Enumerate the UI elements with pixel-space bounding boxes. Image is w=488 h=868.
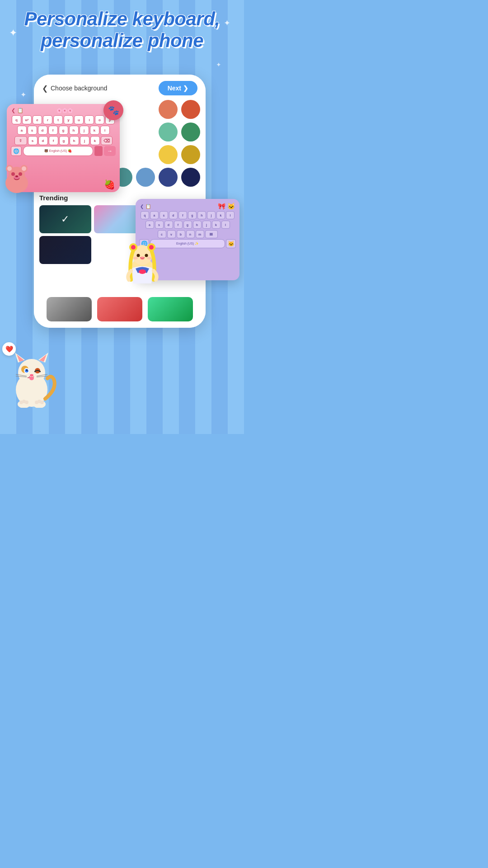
trending-item[interactable] (39, 236, 91, 264)
key-e[interactable]: e (33, 115, 42, 124)
headline-line1: Personalize keyboard, (24, 8, 220, 29)
bow-icon: 🎀 (218, 203, 225, 210)
key-l2-p[interactable]: l (221, 221, 230, 229)
key-g[interactable]: g (59, 126, 68, 135)
key-r[interactable]: r (43, 115, 52, 124)
color-swatch[interactable] (181, 145, 200, 164)
bottom-swatch-gray[interactable] (47, 297, 92, 321)
svg-point-16 (149, 245, 154, 250)
color-swatch[interactable] (159, 145, 178, 164)
key-i[interactable]: i (84, 115, 94, 124)
color-swatch[interactable] (181, 123, 200, 142)
key-h2[interactable]: h (70, 136, 79, 145)
lang-label-purple: English (US) ✨ (176, 242, 199, 245)
next-label: Next (168, 85, 181, 92)
key-a-p[interactable]: a (150, 211, 159, 219)
paw-icon[interactable]: 🐾 (103, 100, 123, 120)
key-f[interactable]: f (48, 126, 58, 135)
key-d2[interactable]: d (38, 136, 48, 145)
key-d[interactable]: d (38, 126, 47, 135)
key-d-p[interactable]: d (169, 211, 178, 219)
strawberry-icon: 🍓 (104, 179, 115, 190)
key-u[interactable]: u (74, 115, 84, 124)
key-s2[interactable]: s (28, 136, 38, 145)
color-swatch[interactable] (181, 168, 200, 187)
key-v-p[interactable]: v (167, 230, 176, 238)
key-n-p[interactable]: n (186, 230, 195, 238)
key-f-p[interactable]: f (178, 211, 187, 219)
key-s2-p[interactable]: s (155, 221, 164, 229)
key-k[interactable]: k (90, 126, 99, 135)
phone-header: ❮ Choose background Next ❯ (34, 75, 206, 100)
key-g2-p[interactable]: g (183, 221, 192, 229)
key-s[interactable]: s (28, 126, 37, 135)
key-a[interactable]: a (17, 126, 27, 135)
key-k2[interactable]: k (90, 136, 100, 145)
key-g2[interactable]: g (59, 136, 69, 145)
svg-point-17 (137, 254, 140, 257)
key-f2[interactable]: f (49, 136, 58, 145)
key-h2-p[interactable]: h (193, 221, 202, 229)
key-g-p[interactable]: g (188, 211, 197, 219)
key-k-p[interactable]: k (216, 211, 225, 219)
purple-row-1: q a s d f g h j k l (138, 211, 237, 219)
key-d2-p[interactable]: d (164, 221, 173, 229)
key-q[interactable]: q (12, 115, 21, 124)
color-swatch[interactable] (159, 100, 178, 119)
key-l[interactable]: l (100, 126, 110, 135)
cat-icon: 🐱 (227, 203, 235, 210)
color-swatch[interactable] (181, 100, 200, 119)
bear-character (2, 165, 34, 197)
toolbar-left: ❮ 📋 (11, 108, 23, 113)
bottom-swatch-red[interactable] (97, 297, 142, 321)
dot-key[interactable] (94, 146, 103, 156)
key-b-p[interactable]: b (177, 230, 185, 238)
key-a2-p[interactable]: a (145, 221, 154, 229)
key-j2-p[interactable]: j (202, 221, 211, 229)
key-o[interactable]: o (95, 115, 104, 124)
svg-point-21 (147, 257, 151, 259)
svg-point-35 (29, 377, 34, 380)
key-t[interactable]: t (53, 115, 63, 124)
trending-item[interactable] (39, 205, 91, 233)
headline-line2: personalize phone (41, 30, 203, 51)
bottom-swatches (34, 292, 206, 328)
key-f2-p[interactable]: f (174, 221, 183, 229)
key-backspace[interactable]: ⌫ (101, 136, 113, 145)
language-bar[interactable]: 🐻 English (US) 🍓 (23, 146, 93, 156)
next-button[interactable]: Next ❯ (159, 81, 197, 95)
key-k2-p[interactable]: k (212, 221, 221, 229)
keyboard-purple: ❮ 📋 🎀 🐱 q a s d f g h j k l a s d f g h (136, 199, 239, 280)
svg-point-7 (19, 172, 22, 176)
purple-toolbar-left: ❮ 📋 (140, 204, 151, 209)
cat-key-purple[interactable]: 🐱 (226, 239, 236, 248)
back-label: Choose background (51, 85, 107, 92)
color-swatch[interactable] (136, 168, 155, 187)
key-h[interactable]: h (69, 126, 79, 135)
globe-key[interactable]: 🌐 (11, 146, 22, 156)
key-img-p[interactable]: 🖼 (205, 230, 218, 238)
key-shift[interactable]: ⇧ (14, 136, 27, 145)
key-s-p[interactable]: s (160, 211, 168, 219)
key-j2[interactable]: j (80, 136, 89, 145)
color-swatch[interactable] (159, 168, 178, 187)
key-j-p[interactable]: j (207, 211, 216, 219)
keyboard-bottom-row: 🌐 🐻 English (US) 🍓 → (9, 145, 117, 156)
key-m-p[interactable]: m (196, 230, 204, 238)
svg-point-3 (7, 166, 12, 171)
key-q-p[interactable]: q (141, 211, 149, 219)
key-l-p[interactable]: l (226, 211, 235, 219)
key-y[interactable]: y (64, 115, 73, 124)
key-j[interactable]: j (80, 126, 89, 135)
enter-key[interactable]: → (104, 146, 116, 156)
headline-text: Personalize keyboard, personalize phone (14, 8, 230, 52)
key-w[interactable]: w² (22, 115, 32, 124)
svg-point-47 (40, 401, 44, 404)
bottom-swatch-green[interactable] (148, 297, 193, 321)
svg-point-5 (22, 166, 26, 171)
svg-point-20 (133, 257, 138, 259)
color-swatch[interactable] (159, 123, 178, 142)
key-row-3: ⇧ s d f g h j k ⌫ (9, 136, 117, 145)
key-h-p[interactable]: h (197, 211, 206, 219)
svg-point-9 (15, 175, 18, 177)
